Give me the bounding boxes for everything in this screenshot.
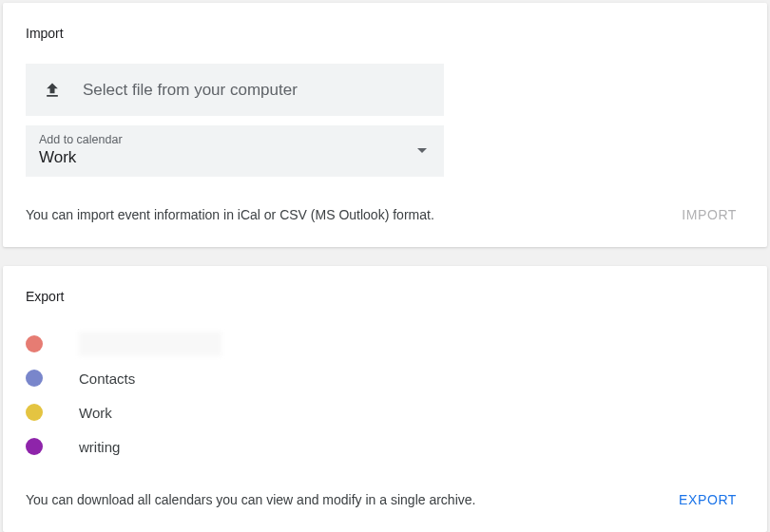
dropdown-value: Work [39, 148, 76, 166]
export-footer: You can download all calendars you can v… [26, 486, 744, 513]
calendar-list: Contacts Work writing [26, 327, 744, 464]
calendar-color-dot [26, 404, 43, 421]
calendar-name-redacted [79, 332, 221, 356]
add-to-calendar-dropdown[interactable]: Add to calendar Work [26, 125, 444, 177]
import-footer-text: You can import event information in iCal… [26, 207, 434, 222]
dropdown-content: Add to calendar Work [39, 133, 417, 167]
calendar-item: writing [26, 429, 744, 464]
export-title: Export [26, 289, 744, 304]
calendar-item: Contacts [26, 361, 744, 395]
calendar-color-dot [26, 370, 43, 387]
import-footer: You can import event information in iCal… [26, 201, 744, 228]
calendar-item: Work [26, 395, 744, 429]
calendar-name: Work [79, 405, 112, 421]
calendar-color-dot [26, 438, 43, 455]
import-button[interactable]: IMPORT [674, 201, 744, 228]
export-card: Export Contacts Work writing You can dow… [3, 266, 767, 532]
calendar-name: Contacts [79, 370, 135, 387]
export-button[interactable]: EXPORT [671, 486, 744, 513]
file-picker-button[interactable]: Select file from your computer [26, 64, 444, 116]
calendar-item [26, 327, 744, 361]
chevron-down-icon [417, 148, 427, 153]
import-card: Import Select file from your computer Ad… [3, 3, 767, 247]
import-title: Import [26, 26, 744, 41]
export-footer-text: You can download all calendars you can v… [26, 492, 475, 507]
calendar-name: writing [79, 439, 120, 455]
upload-icon [43, 81, 62, 100]
file-picker-label: Select file from your computer [83, 81, 298, 100]
calendar-color-dot [26, 335, 43, 352]
dropdown-label: Add to calendar [39, 133, 417, 146]
